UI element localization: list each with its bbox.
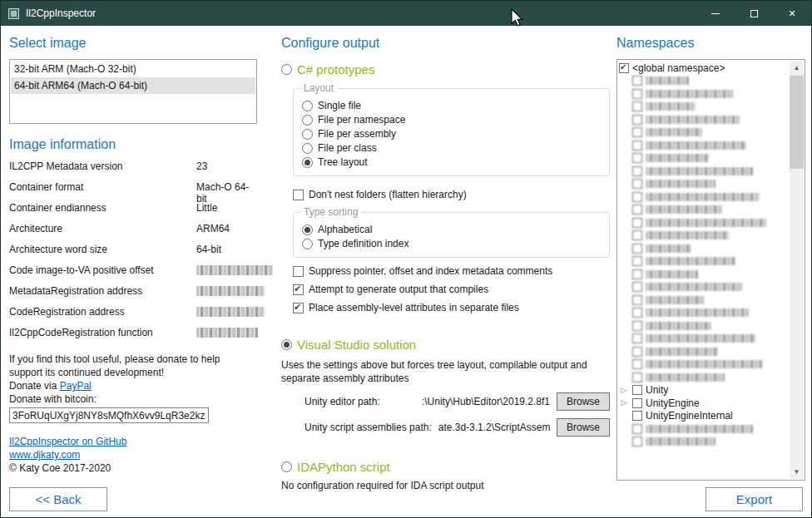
layout-option[interactable]: File per assembly — [302, 127, 601, 141]
namespace-item-redacted[interactable] — [619, 294, 789, 307]
namespace-checkbox[interactable] — [632, 269, 642, 279]
namespace-item-redacted[interactable] — [619, 436, 789, 449]
namespace-item-redacted[interactable] — [619, 268, 789, 281]
github-link[interactable]: Il2CppInspector on GitHub — [9, 435, 257, 448]
script-assemblies-path-value[interactable]: ate.3d-3.1.2\ScriptAssemblies — [438, 422, 550, 433]
unity-editor-path-value[interactable]: :\Unity\Hub\Editor\2019.2.8f1 — [387, 396, 550, 407]
image-list[interactable]: 32-bit ARM (Mach-O 32-bit)64-bit ARM64 (… — [9, 59, 257, 124]
image-list-item[interactable]: 64-bit ARM64 (Mach-O 64-bit) — [11, 77, 255, 94]
namespace-item[interactable]: ▷Unity — [619, 384, 789, 397]
namespace-checkbox[interactable] — [632, 424, 642, 434]
namespace-item-redacted[interactable] — [619, 178, 789, 191]
namespace-item-redacted[interactable] — [619, 75, 789, 88]
namespace-item-redacted[interactable] — [619, 345, 789, 358]
namespace-checkbox[interactable] — [632, 101, 642, 111]
namespace-checkbox[interactable] — [632, 437, 642, 446]
namespace-item-redacted[interactable] — [619, 152, 789, 165]
namespace-item-redacted[interactable] — [619, 281, 789, 294]
csharp-checkbox-row[interactable]: Place assembly-level attributes in separ… — [293, 301, 610, 314]
namespace-checkbox[interactable] — [632, 411, 642, 421]
namespace-checkbox[interactable] — [632, 295, 642, 305]
idapython-option[interactable]: IDAPython script — [281, 458, 610, 475]
layout-option[interactable]: Single file — [302, 99, 601, 112]
namespace-item-redacted[interactable] — [619, 307, 789, 320]
namespace-checkbox[interactable] — [632, 218, 642, 228]
redacted-namespace-text — [646, 102, 696, 111]
expander-icon[interactable]: ▷ — [619, 387, 629, 394]
namespace-item-redacted[interactable] — [619, 165, 789, 178]
namespace-item-redacted[interactable] — [619, 87, 789, 101]
website-link[interactable]: www.djkaty.com — [9, 448, 257, 461]
namespace-item-redacted[interactable] — [619, 255, 789, 269]
namespace-checkbox[interactable] — [632, 321, 642, 331]
namespace-checkbox[interactable] — [632, 333, 642, 343]
sorting-option[interactable]: Alphabetical — [302, 223, 601, 236]
namespace-item-redacted[interactable] — [619, 204, 789, 217]
namespace-list[interactable]: <global namespace>▷Unity▷UnityEngineUnit… — [616, 59, 805, 481]
scroll-down-icon[interactable] — [790, 465, 804, 479]
visual-studio-option[interactable]: Visual Studio solution — [281, 336, 610, 353]
browse-editor-button[interactable]: Browse — [557, 392, 610, 411]
namespace-checkbox[interactable] — [632, 256, 642, 266]
namespace-checkbox[interactable] — [632, 179, 642, 189]
idapython-description: No configuration required for IDA script… — [281, 479, 607, 492]
namespace-item-redacted[interactable] — [619, 101, 789, 114]
namespace-checkbox[interactable] — [632, 192, 642, 202]
bitcoin-address-field[interactable] — [9, 407, 209, 423]
namespace-checkbox[interactable] — [632, 166, 642, 176]
namespace-scrollbar[interactable] — [790, 61, 804, 479]
namespace-checkbox[interactable] — [632, 153, 642, 163]
namespace-checkbox[interactable] — [632, 115, 642, 125]
namespace-item-redacted[interactable] — [619, 126, 789, 140]
namespace-item-redacted[interactable] — [619, 113, 789, 126]
namespace-item[interactable]: <global namespace> — [619, 62, 789, 75]
namespace-item-redacted[interactable] — [619, 229, 789, 243]
close-button[interactable] — [773, 1, 811, 26]
layout-option[interactable]: File per class — [302, 141, 601, 155]
namespace-item-redacted[interactable] — [619, 333, 789, 346]
namespace-checkbox[interactable] — [632, 127, 642, 137]
minimize-button[interactable] — [696, 1, 735, 26]
flatten-checkbox-row[interactable]: Don't nest folders (flatten hierarchy) — [293, 188, 610, 201]
back-button[interactable]: << Back — [9, 487, 107, 511]
namespace-item-redacted[interactable] — [619, 190, 789, 204]
namespace-item-redacted[interactable] — [619, 139, 789, 152]
layout-option[interactable]: Tree layout — [302, 155, 601, 169]
expander-icon[interactable]: ▷ — [619, 399, 629, 407]
export-button[interactable]: Export — [706, 487, 803, 511]
namespace-checkbox[interactable] — [632, 385, 642, 395]
namespace-item-redacted[interactable] — [619, 242, 789, 255]
namespace-checkbox[interactable] — [632, 359, 642, 369]
info-value — [196, 285, 265, 298]
namespace-checkbox[interactable] — [632, 347, 642, 357]
namespace-checkbox[interactable] — [632, 308, 642, 318]
namespace-checkbox[interactable] — [632, 89, 642, 99]
namespace-item-redacted[interactable] — [619, 371, 789, 384]
scrollbar-thumb[interactable] — [790, 76, 804, 169]
namespace-item-redacted[interactable] — [619, 319, 789, 333]
namespace-checkbox[interactable] — [632, 76, 642, 86]
sorting-option[interactable]: Type definition index — [302, 237, 601, 250]
namespace-checkbox[interactable] — [632, 230, 642, 240]
namespace-checkbox[interactable] — [632, 282, 642, 292]
namespace-checkbox[interactable] — [632, 205, 642, 215]
namespace-checkbox[interactable] — [619, 63, 629, 73]
namespace-item[interactable]: ▷UnityEngine — [619, 397, 789, 410]
namespace-checkbox[interactable] — [632, 141, 642, 150]
namespace-checkbox[interactable] — [632, 398, 642, 408]
namespace-item-redacted[interactable] — [619, 358, 789, 372]
csharp-checkbox-row[interactable]: Attempt to generate output that compiles — [293, 283, 610, 296]
browse-assemblies-button[interactable]: Browse — [557, 418, 610, 437]
maximize-button[interactable] — [735, 1, 773, 26]
image-list-item[interactable]: 32-bit ARM (Mach-O 32-bit) — [11, 61, 255, 77]
paypal-link[interactable]: PayPal — [60, 380, 92, 392]
layout-option[interactable]: File per namespace — [302, 113, 601, 126]
namespace-checkbox[interactable] — [632, 372, 642, 382]
namespace-checkbox[interactable] — [632, 244, 642, 254]
csharp-prototypes-option[interactable]: C# prototypes — [281, 61, 610, 77]
namespace-item[interactable]: UnityEngineInternal — [619, 410, 789, 423]
csharp-checkbox-row[interactable]: Suppress pointer, offset and index metad… — [293, 264, 610, 278]
namespace-item-redacted[interactable] — [619, 216, 789, 229]
scroll-up-icon[interactable] — [790, 61, 804, 75]
namespace-item-redacted[interactable] — [619, 422, 789, 436]
